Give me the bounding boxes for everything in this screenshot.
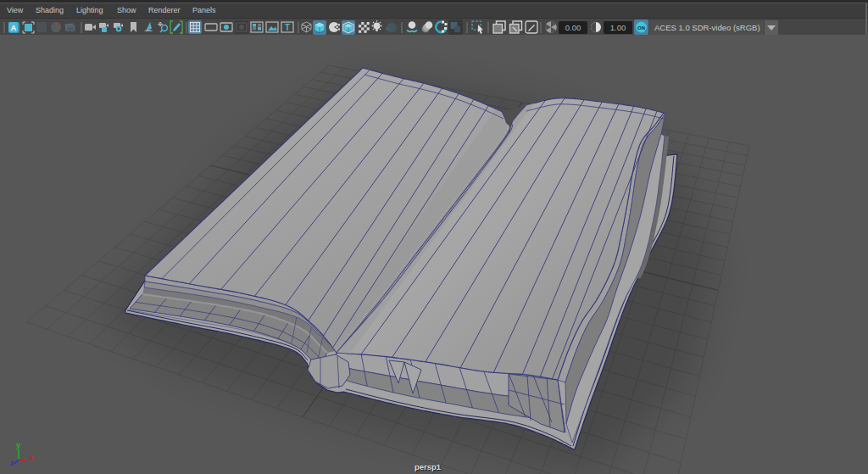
svg-text:y: y bbox=[16, 441, 20, 449]
svg-text:A: A bbox=[11, 24, 17, 32]
svg-text:ON: ON bbox=[637, 25, 645, 31]
svg-text:x: x bbox=[30, 454, 34, 462]
svg-text:T: T bbox=[285, 23, 290, 32]
svg-text:z: z bbox=[10, 459, 14, 467]
